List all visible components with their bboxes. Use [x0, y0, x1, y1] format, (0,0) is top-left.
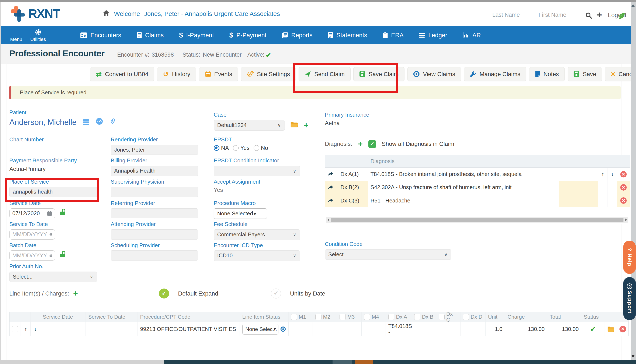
batch-date-input[interactable]: MM/DD/YYYY: [9, 250, 55, 260]
share-arrow-icon[interactable]: [325, 168, 338, 180]
dxa-checkbox[interactable]: [388, 314, 395, 320]
support-button[interactable]: ? Support: [623, 277, 636, 320]
share-arrow-icon[interactable]: [325, 181, 338, 194]
epsdt-radio-yes[interactable]: [233, 145, 239, 151]
add-icon[interactable]: +: [596, 12, 602, 19]
primary-insurance-value: Aetna: [325, 120, 369, 126]
dxc-checkbox[interactable]: [439, 314, 445, 320]
calendar-icon[interactable]: [47, 211, 52, 216]
bottom-scrollbar-thumb[interactable]: [0, 360, 164, 364]
line-item-status-select[interactable]: None Selec...▼: [242, 324, 278, 334]
nav-item-ar[interactable]: AR: [463, 32, 481, 39]
paperclip-icon[interactable]: [109, 118, 116, 126]
units-by-date-toggle[interactable]: ✓: [271, 288, 281, 299]
save-button[interactable]: Save: [568, 67, 602, 81]
prior-auth-select[interactable]: Select...∨: [9, 272, 97, 282]
move-down-icon[interactable]: ↓: [34, 326, 37, 332]
eye-icon[interactable]: [280, 326, 286, 332]
default-expand-toggle[interactable]: ✓: [159, 288, 169, 299]
home-icon[interactable]: [102, 9, 110, 18]
add-line-item-icon[interactable]: +: [73, 290, 78, 297]
add-diagnosis-icon[interactable]: +: [358, 141, 363, 147]
dashboard-icon[interactable]: [96, 118, 103, 126]
leaf-icon[interactable]: [618, 13, 625, 21]
nav-item-claims[interactable]: Claims: [137, 32, 164, 39]
convert-to-ub04-button[interactable]: ⇄ Convert to UB04: [90, 67, 154, 81]
referring-provider-input[interactable]: [111, 208, 198, 218]
unlock-icon[interactable]: [60, 254, 65, 257]
first-name-input[interactable]: [538, 12, 582, 19]
m2-checkbox[interactable]: [315, 314, 322, 320]
procedure-macro-select[interactable]: None Selected▼: [214, 208, 267, 219]
manage-claims-button[interactable]: Manage Claims: [464, 67, 526, 81]
scroll-down-icon[interactable]: [631, 355, 635, 358]
unlock-icon[interactable]: [60, 212, 65, 215]
condition-code-select[interactable]: Select...∨: [325, 249, 451, 260]
move-up-icon[interactable]: ↑: [24, 326, 27, 332]
move-down-icon[interactable]: ↓: [611, 171, 614, 178]
search-icon[interactable]: [585, 12, 592, 20]
billing-provider-input[interactable]: Annapolis Health: [111, 166, 198, 176]
m4-checkbox[interactable]: [364, 314, 370, 320]
add-case-icon[interactable]: +: [304, 122, 308, 129]
patient-name-link[interactable]: Anderson, Michelle: [9, 118, 77, 127]
dxd-checkbox[interactable]: [463, 314, 469, 320]
delete-diagnosis-icon[interactable]: ✕: [620, 184, 627, 191]
nav-item-ppayment[interactable]: $ P-Payment: [229, 32, 266, 39]
case-select[interactable]: Default1234∨: [214, 120, 285, 130]
attending-provider-input[interactable]: [111, 230, 198, 240]
events-button[interactable]: Events: [199, 67, 238, 81]
last-name-input[interactable]: [491, 12, 536, 19]
dxb-checkbox[interactable]: [414, 314, 420, 320]
folder-icon[interactable]: [605, 322, 617, 336]
fee-schedule-select[interactable]: Commercial Payers∨: [214, 230, 300, 240]
calendar-icon[interactable]: [50, 232, 52, 237]
nav-item-encounters[interactable]: Encounters: [80, 32, 121, 39]
view-claims-button[interactable]: View Claims: [408, 67, 461, 81]
history-button[interactable]: ↺ History: [157, 67, 196, 81]
document-icon: [137, 32, 142, 38]
encounter-number-value[interactable]: 3168598: [152, 52, 174, 58]
nav-item-ipayment[interactable]: $ I-Payment: [179, 32, 214, 39]
row-checkbox[interactable]: [12, 326, 18, 332]
hamburger-icon: [8, 28, 24, 36]
site-settings-button[interactable]: Site Settings: [241, 67, 296, 81]
rendering-provider-input[interactable]: Jones, Peter: [111, 145, 198, 155]
encounter-icd-type-select[interactable]: ICD10∨: [214, 250, 300, 261]
delete-line-item-icon[interactable]: ✕: [619, 326, 626, 332]
scrollbar-thumb[interactable]: [331, 218, 623, 222]
m1-checkbox[interactable]: [291, 314, 297, 320]
nav-item-era[interactable]: ERA: [383, 32, 404, 39]
supervising-physician-input[interactable]: [111, 187, 198, 197]
delete-diagnosis-icon[interactable]: ✕: [620, 171, 627, 178]
scheduling-provider-input[interactable]: [111, 250, 198, 260]
epsdt-condition-select[interactable]: ∨: [214, 166, 300, 176]
epsdt-radio-no[interactable]: [254, 145, 259, 151]
move-up-icon[interactable]: ↑: [601, 171, 604, 178]
delete-diagnosis-icon[interactable]: ✕: [620, 197, 627, 204]
share-arrow-icon[interactable]: [325, 194, 338, 207]
service-date-input[interactable]: 07/12/2020: [9, 208, 55, 218]
rxnt-logo[interactable]: RXNT: [11, 6, 76, 24]
nav-item-statements[interactable]: Statements: [328, 32, 367, 39]
case-field: Case Default1234∨ +: [214, 112, 308, 130]
nav-utilities[interactable]: Utilities: [28, 28, 49, 42]
eye-icon: [413, 71, 420, 78]
calendar-icon[interactable]: [50, 253, 52, 258]
nav-item-ledger[interactable]: Ledger: [419, 32, 447, 39]
m3-checkbox[interactable]: [340, 314, 346, 320]
patient-menu-icon[interactable]: [83, 118, 89, 126]
epsdt-radio-na[interactable]: [214, 145, 219, 151]
scroll-left-icon[interactable]: [328, 218, 329, 221]
scroll-right-icon[interactable]: [625, 218, 627, 221]
chevron-down-icon: ∨: [293, 166, 296, 176]
show-all-diagnosis-checkbox[interactable]: ✓: [368, 140, 376, 148]
nav-item-reports[interactable]: Reports: [282, 32, 312, 39]
nav-menu[interactable]: Menu: [8, 28, 24, 42]
service-to-date-input[interactable]: MM/DD/YYYY: [9, 230, 55, 240]
scroll-up-icon[interactable]: [631, 4, 635, 7]
folder-icon[interactable]: [290, 121, 298, 129]
notes-button[interactable]: Notes: [529, 67, 565, 81]
diagnosis-horizontal-scrollbar[interactable]: [326, 217, 628, 222]
help-button[interactable]: ? Help: [623, 240, 636, 274]
